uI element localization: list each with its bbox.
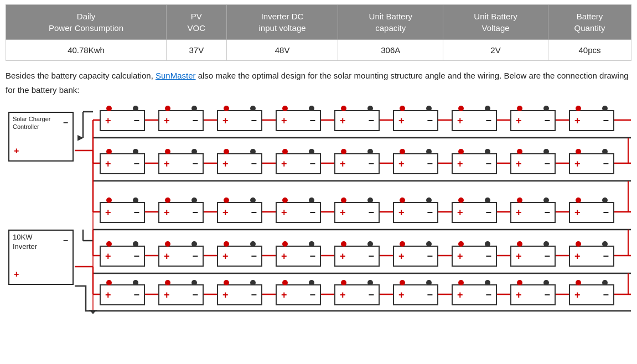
terminal-minus	[426, 197, 432, 203]
terminal-minus	[543, 149, 549, 154]
battery-r3-c1: +−	[100, 202, 145, 223]
battery-r5-c4: +−	[276, 284, 321, 305]
battery-minus-symbol: −	[192, 116, 198, 126]
battery-minus-symbol: −	[309, 116, 315, 126]
terminal-minus	[367, 149, 373, 154]
battery-minus-symbol: −	[133, 207, 139, 217]
battery-plus-symbol: +	[398, 251, 405, 261]
battery-minus-symbol: −	[427, 207, 433, 217]
battery-r3-c5: +−	[334, 202, 380, 223]
terminal-plus	[517, 149, 522, 154]
battery-r3-c2: +−	[158, 202, 204, 223]
battery-r4-c4: +−	[276, 246, 321, 267]
terminal-minus	[250, 241, 256, 247]
terminal-plus	[400, 106, 405, 111]
battery-plus-symbol: +	[164, 159, 170, 169]
battery-r2-c3: +−	[217, 153, 262, 174]
header-inverter-dc: Inverter DCinput voltage	[226, 5, 338, 40]
battery-minus-symbol: −	[485, 159, 491, 169]
battery-plus-symbol: +	[340, 159, 346, 169]
terminal-minus	[133, 106, 138, 111]
battery-r1-c9: +−	[569, 110, 614, 131]
battery-r1-c6: +−	[393, 110, 438, 131]
battery-plus-symbol: +	[516, 159, 522, 169]
battery-r3-c9: +−	[569, 202, 614, 223]
battery-plus-symbol: +	[105, 251, 111, 261]
header-pv-voc: PVVOC	[167, 5, 227, 40]
terminal-minus	[367, 106, 373, 111]
battery-minus-symbol: −	[544, 116, 550, 126]
header-daily-power: DailyPower Consumption	[6, 5, 167, 40]
battery-minus-symbol: −	[427, 290, 433, 300]
battery-plus-symbol: +	[457, 207, 463, 217]
terminal-plus	[282, 106, 288, 111]
battery-plus-symbol: +	[574, 207, 581, 217]
terminal-minus	[426, 280, 432, 285]
battery-r1-c7: +−	[452, 110, 497, 131]
battery-minus-symbol: −	[251, 251, 257, 261]
battery-minus-symbol: −	[544, 251, 550, 261]
battery-r2-c2: +−	[158, 153, 204, 174]
battery-plus-symbol: +	[164, 116, 170, 126]
terminal-minus	[485, 149, 490, 154]
battery-minus-symbol: −	[485, 207, 491, 217]
terminal-plus	[400, 149, 405, 154]
battery-r5-c9: +−	[569, 284, 614, 305]
terminal-plus	[165, 280, 170, 285]
brand-name: SunMaster	[156, 71, 196, 80]
terminal-minus	[543, 106, 549, 111]
terminal-minus	[543, 241, 549, 247]
battery-r5-c7: +−	[452, 284, 497, 305]
battery-r3-c8: +−	[510, 202, 556, 223]
battery-plus-symbol: +	[281, 251, 287, 261]
battery-r3-c7: +−	[452, 202, 497, 223]
battery-r4-c9: +−	[569, 246, 614, 267]
terminal-plus	[106, 149, 112, 154]
battery-plus-symbol: +	[222, 290, 229, 300]
battery-plus-symbol: +	[164, 207, 170, 217]
battery-r2-c9: +−	[569, 153, 614, 174]
battery-plus-symbol: +	[281, 159, 287, 169]
terminal-plus	[341, 106, 346, 111]
battery-r2-c4: +−	[276, 153, 321, 174]
cell-battery-quantity: 40pcs	[548, 40, 631, 61]
terminal-minus	[602, 241, 608, 247]
terminal-minus	[309, 280, 314, 285]
battery-r4-c2: +−	[158, 246, 204, 267]
terminal-plus	[458, 106, 464, 111]
terminal-plus	[341, 241, 346, 247]
battery-r5-c8: +−	[510, 284, 556, 305]
terminal-plus	[224, 106, 229, 111]
battery-plus-symbol: +	[398, 207, 405, 217]
battery-plus-symbol: +	[222, 159, 229, 169]
battery-minus-symbol: −	[368, 251, 374, 261]
terminal-minus	[602, 280, 608, 285]
terminal-plus	[458, 197, 464, 203]
battery-r4-c3: +−	[217, 246, 262, 267]
battery-minus-symbol: −	[368, 159, 374, 169]
battery-r5-c3: +−	[217, 284, 262, 305]
terminal-minus	[250, 280, 256, 285]
terminal-minus	[485, 197, 490, 203]
battery-plus-symbol: +	[516, 207, 522, 217]
specs-table: DailyPower Consumption PVVOC Inverter DC…	[6, 4, 631, 61]
battery-minus-symbol: −	[368, 290, 374, 300]
battery-minus-symbol: −	[309, 290, 315, 300]
battery-plus-symbol: +	[457, 116, 463, 126]
battery-plus-symbol: +	[574, 159, 581, 169]
terminal-minus	[133, 241, 138, 247]
battery-r2-c5: +−	[334, 153, 380, 174]
battery-minus-symbol: −	[133, 290, 139, 300]
battery-minus-symbol: −	[192, 290, 198, 300]
terminal-plus	[517, 280, 522, 285]
battery-r5-c5: +−	[334, 284, 380, 305]
battery-plus-symbol: +	[398, 290, 405, 300]
battery-plus-symbol: +	[340, 251, 346, 261]
battery-r4-c6: +−	[393, 246, 438, 267]
terminal-minus	[485, 106, 490, 111]
inverter-label: 10KWInverter	[13, 233, 37, 251]
battery-minus-symbol: −	[309, 251, 315, 261]
battery-minus-symbol: −	[485, 251, 491, 261]
terminal-minus	[309, 197, 314, 203]
header-unit-battery-voltage: Unit BatteryVoltage	[443, 5, 548, 40]
